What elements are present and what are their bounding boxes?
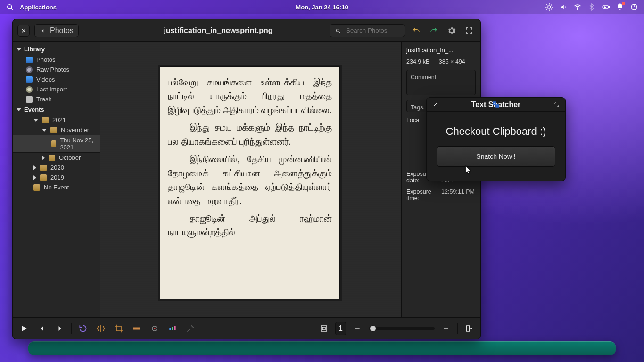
- svg-rect-25: [174, 326, 175, 330]
- svg-rect-33: [495, 104, 499, 108]
- sidebar-item-last-import[interactable]: Last Import: [13, 84, 100, 94]
- photos-window-header: Photos justification_in_newsprint.png: [13, 19, 480, 42]
- photo-text-line: பல்வேறு சமயங்களை உள்ளடக்கிய இந்த நாட்டில…: [168, 75, 332, 117]
- svg-rect-23: [169, 328, 171, 330]
- battery-icon[interactable]: [602, 3, 610, 11]
- zoom-slider[interactable]: [369, 327, 435, 330]
- svg-text:A: A: [494, 102, 496, 105]
- dock[interactable]: [28, 341, 616, 355]
- sidebar-section-library[interactable]: Library: [13, 44, 100, 55]
- details-filename: justification_in_...: [406, 47, 476, 54]
- redeye-icon[interactable]: [148, 322, 161, 335]
- details-size-line: 234.9 kB — 385 × 494: [406, 58, 476, 65]
- zoom-value: 1: [335, 322, 346, 335]
- brightness-icon[interactable]: [545, 3, 553, 11]
- bluetooth-disabled-icon[interactable]: [587, 3, 596, 11]
- close-icon[interactable]: [17, 25, 30, 37]
- ts-message: Checkout Clipboard :): [446, 125, 546, 138]
- next-icon[interactable]: [53, 322, 66, 335]
- text-snatcher-window: A Text Snatcher Checkout Clipboard :) Sn…: [426, 97, 566, 181]
- export-icon[interactable]: [462, 322, 476, 335]
- notifications-icon[interactable]: [616, 3, 624, 11]
- svg-rect-20: [133, 327, 140, 329]
- sidebar-item-2019[interactable]: 2019: [13, 173, 100, 182]
- svg-line-1: [11, 8, 13, 10]
- undo-icon[interactable]: [410, 24, 423, 37]
- gear-icon[interactable]: [445, 24, 458, 37]
- wifi-icon[interactable]: [573, 3, 582, 11]
- svg-rect-13: [609, 7, 610, 8]
- divider: [71, 323, 72, 334]
- svg-line-19: [339, 31, 340, 33]
- back-button[interactable]: Photos: [34, 24, 79, 37]
- svg-point-22: [154, 328, 155, 329]
- exif-exposure-time: Exposure time: 12:59:11 PM: [406, 189, 476, 202]
- svg-rect-29: [446, 326, 446, 330]
- straighten-icon[interactable]: [130, 322, 143, 335]
- redo-icon[interactable]: [428, 24, 441, 37]
- svg-line-9: [547, 9, 547, 9]
- sidebar-item-trash[interactable]: Trash: [13, 94, 100, 104]
- svg-line-8: [551, 9, 552, 9]
- svg-point-11: [577, 9, 578, 10]
- search-icon[interactable]: [6, 3, 14, 11]
- sidebar-item-2021[interactable]: 2021: [13, 115, 100, 125]
- zoom-out-icon[interactable]: [351, 322, 364, 335]
- sidebar-item-videos[interactable]: Videos: [13, 74, 100, 84]
- comment-label: Comment: [411, 74, 471, 81]
- svg-rect-24: [172, 327, 173, 330]
- enhance-icon: [184, 322, 197, 335]
- search-field[interactable]: [345, 26, 397, 34]
- os-top-panel: Applications Mon, Jan 24 16:10: [0, 0, 644, 14]
- photos-window: Photos justification_in_newsprint.png Li…: [12, 19, 481, 339]
- volume-icon[interactable]: [559, 3, 568, 11]
- ts-app-icon: A: [492, 100, 500, 109]
- image-viewer[interactable]: பல்வேறு சமயங்களை உள்ளடக்கிய இந்த நாட்டில…: [100, 42, 401, 317]
- sidebar-item-2020[interactable]: 2020: [13, 163, 100, 173]
- sidebar-item-photos[interactable]: Photos: [13, 55, 100, 65]
- svg-line-7: [547, 5, 547, 5]
- svg-rect-26: [321, 326, 327, 331]
- crop-icon[interactable]: [112, 322, 125, 335]
- window-title: justification_in_newsprint.png: [107, 26, 330, 35]
- comment-box[interactable]: Comment: [406, 70, 476, 95]
- snatch-now-button[interactable]: Snatch Now !: [437, 146, 555, 167]
- prev-icon[interactable]: [35, 322, 49, 335]
- sidebar-section-events[interactable]: Events: [13, 104, 100, 115]
- photo-text-line: தாஜூடின் அப்துல் ரஹ்மான் நாடாளுமன்றத்தில…: [168, 212, 332, 239]
- adjust-icon[interactable]: [166, 322, 179, 335]
- fullscreen-icon[interactable]: [463, 24, 476, 37]
- sidebar-item-noevent[interactable]: No Event: [13, 182, 100, 192]
- divider: [457, 323, 458, 334]
- photo-text-line: இந்து சமய மக்களும் இந்த நாட்டிற்கு பல தி…: [168, 121, 332, 148]
- power-icon[interactable]: [630, 3, 638, 11]
- play-icon[interactable]: [17, 322, 31, 335]
- close-icon[interactable]: [430, 100, 440, 109]
- sidebar-item-november[interactable]: November: [13, 125, 100, 135]
- svg-rect-27: [355, 328, 359, 329]
- ts-header: A Text Snatcher: [427, 98, 565, 112]
- clock[interactable]: Mon, Jan 24 16:10: [296, 4, 348, 11]
- svg-point-18: [337, 29, 339, 32]
- search-input[interactable]: [330, 24, 405, 37]
- svg-line-10: [551, 5, 552, 5]
- snatch-now-label: Snatch Now !: [476, 153, 515, 160]
- sidebar-item-day-20211125[interactable]: Thu Nov 25, 2021: [13, 135, 100, 153]
- fit-icon[interactable]: [317, 322, 330, 335]
- sidebar: Library Photos Raw Photos Videos Last Im…: [13, 42, 100, 317]
- flip-icon[interactable]: [94, 322, 107, 335]
- zoom-in-icon[interactable]: [439, 322, 453, 335]
- photo-canvas: பல்வேறு சமயங்களை உள்ளடக்கிய இந்த நாட்டில…: [160, 66, 340, 299]
- photo-text-line: இந்நிலையில், தேசிய முன்னணியின் தோழமைக் க…: [168, 152, 332, 208]
- svg-point-0: [8, 5, 12, 9]
- viewer-toolbar: 1: [13, 317, 480, 339]
- rotate-icon[interactable]: [76, 322, 90, 335]
- sidebar-item-raw[interactable]: Raw Photos: [13, 65, 100, 74]
- sidebar-item-october[interactable]: October: [13, 153, 100, 163]
- svg-point-2: [548, 6, 551, 8]
- back-button-label: Photos: [50, 26, 74, 35]
- applications-label[interactable]: Applications: [20, 4, 57, 11]
- maximize-icon[interactable]: [552, 100, 561, 109]
